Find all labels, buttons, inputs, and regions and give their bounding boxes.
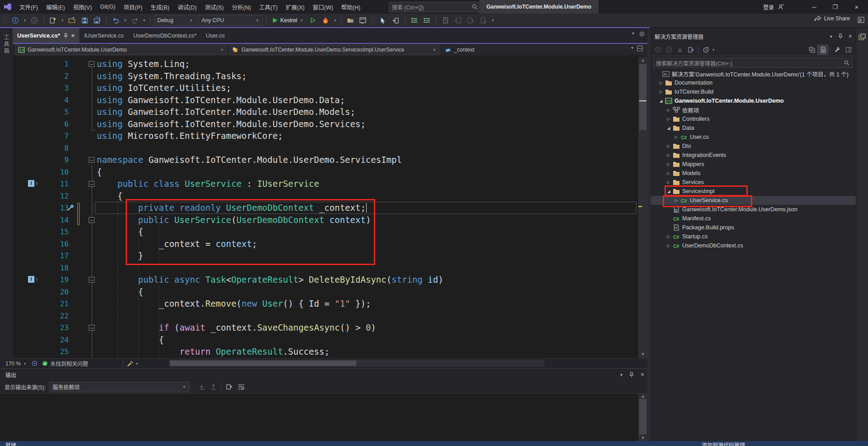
tab-iuserservice-cs[interactable]: IUserService.cs (80, 28, 129, 43)
chevron-collapsed-icon[interactable]: ▷ (665, 234, 672, 239)
code-line-6[interactable]: 6using Ganweisoft.IoTCenter.Module.UserD… (13, 118, 638, 130)
output-window-position-icon[interactable]: ▾ (620, 372, 623, 377)
chevron-collapsed-icon[interactable]: ▷ (673, 135, 680, 139)
new-project-dropdown-icon[interactable]: ▾ (60, 18, 65, 23)
tree-item-documentation[interactable]: ▷Documentation (651, 78, 862, 87)
zoom-level-combo[interactable]: 170 %▾ (3, 361, 30, 367)
start-without-debugging-button[interactable] (307, 15, 318, 26)
increase-indent-button[interactable] (421, 15, 432, 26)
clear-all-output-icon[interactable] (224, 382, 234, 391)
chevron-collapsed-icon[interactable]: ▷ (665, 180, 672, 185)
undo-button[interactable] (110, 15, 121, 26)
code-line-5[interactable]: 5using Ganweisoft.IoTCenter.Module.UserD… (13, 106, 638, 118)
new-project-button[interactable] (47, 15, 58, 26)
output-close-icon[interactable]: × (641, 371, 644, 378)
menu-3[interactable]: Git(G) (96, 0, 119, 14)
docked-tool-icon[interactable] (859, 33, 866, 41)
decrease-indent-button[interactable] (409, 15, 420, 26)
se-window-position-icon[interactable]: ▾ (830, 34, 832, 39)
tree-item-user-cs[interactable]: ▷C#User.cs (651, 133, 868, 142)
chevron-collapsed-icon[interactable]: ▷ (665, 144, 672, 148)
panel-splitter[interactable] (647, 28, 651, 441)
fold-marker[interactable]: − (89, 217, 94, 223)
document-list-dropdown-icon[interactable]: ▾ (632, 31, 634, 37)
breadcrumb-dropdown-icon[interactable]: ▾ (631, 45, 633, 52)
sign-in-button[interactable]: 登录 (763, 0, 784, 14)
chevron-collapsed-icon[interactable]: ▷ (665, 108, 672, 112)
fold-marker[interactable]: − (89, 181, 94, 187)
code-cleanup-button[interactable]: ▾ (127, 361, 139, 367)
menu-1[interactable]: 编辑(E) (42, 0, 69, 14)
hot-reload-dropdown-icon[interactable]: ▾ (333, 18, 337, 23)
code-line-22[interactable]: 22 (13, 310, 638, 322)
selection-pointer-button[interactable] (377, 15, 388, 26)
code-line-20[interactable]: 20 { (13, 286, 638, 298)
output-scroll-down-icon[interactable]: ▼ (638, 436, 647, 440)
tree-item-ganweisoft-iotcenter-module-userdemo[interactable]: ◢C#Ganweisoft.IoTCenter.Module.UserDemo (651, 96, 862, 105)
menu-6[interactable]: 调试(D) (174, 0, 201, 14)
document-health-icon[interactable] (32, 361, 38, 366)
next-message-icon[interactable] (208, 382, 218, 391)
quick-search-input[interactable]: 搜索 (Ctrl+Q) (389, 2, 481, 12)
undo-dropdown-icon[interactable]: ▾ (123, 18, 127, 23)
chevron-collapsed-icon[interactable]: ▷ (657, 81, 665, 85)
tree-item-controllers[interactable]: ▷Controllers (651, 114, 868, 123)
se-properties-wrench-icon[interactable] (832, 45, 843, 55)
chevron-collapsed-icon[interactable]: ▷ (665, 171, 672, 176)
tree-item-userdemodbcontext-cs[interactable]: ▷C#UserDemoDbContext.cs (651, 241, 868, 250)
chevron-collapsed-icon[interactable]: ▷ (665, 243, 672, 248)
code-health-indicator[interactable]: 未找到相关问题 (39, 360, 91, 367)
hot-reload-button[interactable] (320, 15, 331, 26)
breadcrumb-member-combo[interactable]: _context (442, 45, 646, 55)
menu-0[interactable]: 文件(F) (15, 0, 42, 14)
se-close-icon[interactable]: × (849, 33, 852, 40)
chevron-collapsed-icon[interactable]: ▷ (657, 90, 665, 94)
scroll-down-icon[interactable]: ▼ (638, 352, 647, 356)
code-line-2[interactable]: 2using System.Threading.Tasks; (13, 70, 638, 82)
menu-11[interactable]: 窗口(W) (309, 0, 337, 14)
code-line-1[interactable]: 1−using System.Linq; (13, 58, 638, 70)
code-line-19[interactable]: I↑19− public async Task<OperateResult> D… (13, 274, 638, 286)
menu-12[interactable]: 帮助(H) (337, 0, 364, 14)
chevron-expanded-icon[interactable]: ◢ (657, 99, 665, 103)
menu-7[interactable]: 测试(S) (201, 0, 228, 14)
tree-item-package-build-props[interactable]: Package.Build.props (651, 223, 868, 232)
save-button[interactable] (79, 15, 90, 26)
code-line-3[interactable]: 3using IoTCenter.Utilities; (13, 82, 638, 94)
code-editor[interactable]: 1−using System.Linq;2using System.Thread… (13, 57, 638, 358)
tree-item-startup-cs[interactable]: ▷C#Startup.cs (651, 232, 868, 241)
people-icon[interactable] (857, 16, 865, 24)
editor-hscrollbar-thumb[interactable] (170, 361, 356, 366)
code-line-9[interactable]: 9−namespace Ganweisoft.IoTCenter.Module.… (13, 154, 638, 166)
menu-5[interactable]: 生成(B) (146, 0, 174, 14)
find-in-files-button[interactable] (345, 15, 356, 26)
close-button[interactable]: × (845, 0, 868, 14)
navigate-dropdown-icon[interactable]: ▾ (23, 18, 27, 23)
code-line-24[interactable]: 24 { (13, 334, 638, 346)
menu-9[interactable]: 工具(T) (255, 0, 282, 14)
sync-with-active-document-icon[interactable] (685, 45, 696, 55)
tree-item--[interactable]: ▷依赖项 (651, 105, 868, 114)
fold-marker[interactable]: − (89, 277, 94, 283)
start-debugging-button[interactable]: Kestrel ▾ (270, 17, 306, 24)
toggle-bookmark-button[interactable] (440, 15, 451, 26)
tab-user-cs[interactable]: User.cs (201, 28, 230, 43)
chevron-collapsed-icon[interactable]: ▷ (665, 117, 672, 121)
tab-userservice-cs-[interactable]: UserService.cs*× (13, 28, 80, 43)
navigate-forward-button[interactable] (29, 15, 40, 26)
next-bookmark-button[interactable] (465, 15, 476, 26)
user-feedback-icon[interactable] (778, 4, 784, 10)
tab-close-icon[interactable]: × (71, 32, 75, 39)
output-scrollbar-thumb[interactable] (639, 399, 646, 434)
chevron-collapsed-icon[interactable]: ▷ (665, 153, 672, 157)
tab-options-gear-icon[interactable] (639, 31, 645, 37)
code-line-10[interactable]: 10{ (13, 166, 638, 178)
chevron-expanded-icon[interactable]: ◢ (665, 126, 672, 130)
se-preview-icon[interactable] (843, 45, 854, 55)
tree-item--ganweisoft-iotcenter-module-userdemo-1-[interactable]: ∞解决方案'Ganweisoft.IoTCenter.Module.UserDe… (651, 69, 859, 78)
toolbar-grip[interactable] (4, 17, 7, 24)
open-file-button[interactable] (66, 15, 77, 26)
previous-message-icon[interactable] (197, 382, 207, 391)
split-window-icon[interactable] (637, 45, 643, 52)
attach-to-process-button[interactable] (390, 15, 401, 26)
